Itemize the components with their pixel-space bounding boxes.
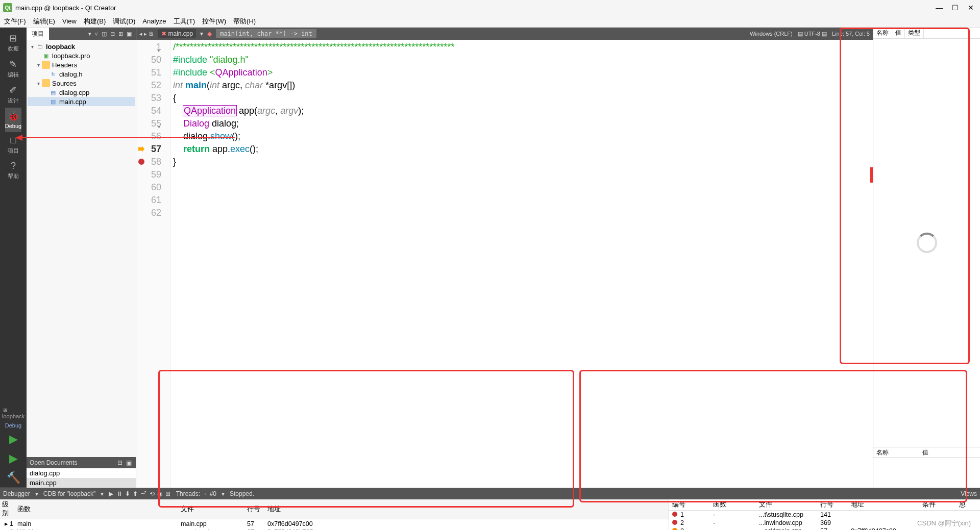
- views-label[interactable]: Views: [961, 490, 977, 497]
- menu-item[interactable]: 控件(W): [202, 17, 226, 26]
- open-docs-tools[interactable]: ⊟ ▣: [117, 459, 133, 466]
- menu-item[interactable]: View: [62, 17, 77, 25]
- editor-toolbar: ◂ ▸ 🗎 ✖ main.cpp ▾ ◆ main(int, char **) …: [136, 28, 873, 40]
- locals-header: 名称 值 类型: [873, 28, 980, 39]
- mode-Debug[interactable]: 🐞Debug: [5, 108, 21, 132]
- minimize-button[interactable]: —: [936, 4, 943, 12]
- menu-item[interactable]: 调试(D): [113, 17, 135, 26]
- charset[interactable]: ▤ UTF-8 ▤: [798, 31, 827, 37]
- maximize-button[interactable]: ☐: [952, 4, 959, 12]
- project-toolbar[interactable]: ▾ ▿ ◫ ⊟ ⊞ ▣: [88, 31, 136, 37]
- mode-项目[interactable]: □项目: [5, 132, 21, 158]
- scroll-marker: [870, 167, 873, 183]
- breakpoint-row[interactable]: 1-...t\stusqlite.cpp141: [669, 511, 980, 519]
- stack-col[interactable]: 地址: [265, 499, 669, 519]
- menu-item[interactable]: 工具(T): [174, 17, 195, 26]
- bp-col[interactable]: 编号: [669, 499, 710, 511]
- stack-col[interactable]: 级别: [0, 499, 15, 519]
- editor-nav[interactable]: ◂ ▸ 🗎: [139, 31, 154, 37]
- mode-帮助[interactable]: ?帮助: [5, 158, 21, 183]
- line-ending[interactable]: Windows (CRLF): [750, 31, 793, 37]
- tree-source-file[interactable]: ▤dialog.cpp: [28, 88, 135, 97]
- build-config[interactable]: Debug: [5, 421, 21, 430]
- dropdown-icon[interactable]: ▾: [200, 30, 203, 37]
- mode-icon: ✎: [5, 59, 21, 70]
- stack-row[interactable]: 2WinMainqtmain_win.cpp970x7ff6d049b735: [0, 528, 669, 530]
- debug-run-button[interactable]: ▶: [9, 452, 18, 465]
- mode-icon: 🐞: [5, 111, 21, 122]
- mode-编辑[interactable]: ✎编辑: [5, 56, 21, 82]
- monitor-icon: 🖥: [2, 407, 8, 413]
- menu-bar: 文件(F)编辑(E)View构建(B)调试(D)Analyze工具(T)控件(W…: [0, 15, 980, 28]
- app-icon: Qt: [3, 3, 12, 12]
- open-documents-header: Open Documents ⊟ ▣: [27, 457, 136, 468]
- menu-item[interactable]: 文件(F): [4, 17, 26, 26]
- tree-source-file[interactable]: ▤main.cpp: [28, 97, 135, 106]
- mode-icon: □: [5, 135, 21, 146]
- menu-item[interactable]: 帮助(H): [233, 17, 256, 26]
- menu-item[interactable]: Analyze: [142, 17, 166, 25]
- debugger-step-buttons[interactable]: ▶ ⏸ ⬇ ⬆ ⤴ ⟲ ◉ ⊞: [109, 490, 170, 497]
- mode-icon: ✐: [5, 85, 21, 96]
- function-selector[interactable]: main(int, char **) -> int: [216, 29, 316, 38]
- project-tab[interactable]: 项目: [27, 28, 49, 40]
- debugger-label[interactable]: Debugger: [3, 490, 30, 497]
- bp-col[interactable]: 地址: [848, 499, 919, 511]
- project-pane-header: 项目 ▾ ▿ ◫ ⊟ ⊞ ▣: [27, 28, 136, 40]
- tree-header-file[interactable]: hdialog.h: [28, 69, 135, 79]
- bp-col[interactable]: 行号: [817, 499, 848, 511]
- build-button[interactable]: 🔨: [7, 471, 20, 485]
- window-titlebar: Qt main.cpp @ loopback - Qt Creator — ☐ …: [0, 0, 980, 15]
- tree-pro-file[interactable]: ▣loopback.pro: [28, 51, 135, 60]
- debugger-kit: CDB for "loopback": [43, 490, 96, 497]
- mode-bar: ⊞欢迎✎编辑✐设计🐞Debug□项目?帮助 🖥 loopback Debug ▶…: [0, 28, 27, 488]
- debugger-toolbar: Debugger▾ CDB for "loopback"▾ ▶ ⏸ ⬇ ⬆ ⤴ …: [0, 488, 980, 499]
- mode-设计[interactable]: ✐设计: [5, 82, 21, 108]
- run-button[interactable]: ▶: [9, 433, 18, 446]
- bp-col[interactable]: 忽: [956, 499, 980, 511]
- bp-col[interactable]: 文件: [756, 499, 817, 511]
- watch-pane: 名称 值: [873, 447, 980, 488]
- stack-col[interactable]: 函数: [15, 499, 179, 519]
- threads-selector[interactable]: Threads: → #0: [176, 490, 216, 497]
- bp-col[interactable]: 函数: [710, 499, 756, 511]
- tree-sources-folder[interactable]: ▾Sources: [28, 79, 135, 88]
- menu-item[interactable]: 构建(B): [84, 17, 106, 26]
- editor-filename[interactable]: ✖ main.cpp: [158, 29, 196, 38]
- open-doc-item[interactable]: main.cpp: [27, 478, 136, 488]
- open-doc-item[interactable]: dialog.cpp: [27, 468, 136, 478]
- bp-col[interactable]: 条件: [919, 499, 956, 511]
- mode-icon: ?: [5, 161, 21, 171]
- tree-headers-folder[interactable]: ▾Headers: [28, 60, 135, 69]
- stack-row[interactable]: ▸ 1mainmain.cpp570x7ff6d0497c00: [0, 519, 669, 528]
- project-tree: ▾🗀loopback ▣loopback.pro ▾Headers hdialo…: [27, 40, 136, 457]
- loading-spinner-icon: [917, 233, 937, 253]
- locals-pane: 名称 值 类型 名称 值: [873, 28, 980, 488]
- mode-欢迎[interactable]: ⊞欢迎: [5, 30, 21, 56]
- window-title: main.cpp @ loopback - Qt Creator: [15, 4, 936, 12]
- kit-selector[interactable]: 🖥 loopback: [2, 405, 24, 421]
- close-button[interactable]: ✕: [968, 4, 974, 12]
- debugger-state: Stopped.: [230, 490, 254, 497]
- stack-view[interactable]: 级别函数文件行号地址▸ 1mainmain.cpp570x7ff6d0497c0…: [0, 499, 669, 530]
- stack-col[interactable]: 行号: [245, 499, 265, 519]
- watermark: CSDN @阿宁(xin): [917, 519, 971, 528]
- mode-icon: ⊞: [5, 33, 21, 44]
- cursor-position[interactable]: Line: 57, Col: 5: [832, 31, 870, 37]
- code-editor[interactable]: ▸15051525354▾5556575859606162 /*********…: [136, 40, 873, 488]
- diamond-icon: ◆: [207, 30, 212, 37]
- stack-col[interactable]: 文件: [179, 499, 245, 519]
- menu-item[interactable]: 编辑(E): [33, 17, 55, 26]
- tree-root[interactable]: ▾🗀loopback: [28, 42, 135, 51]
